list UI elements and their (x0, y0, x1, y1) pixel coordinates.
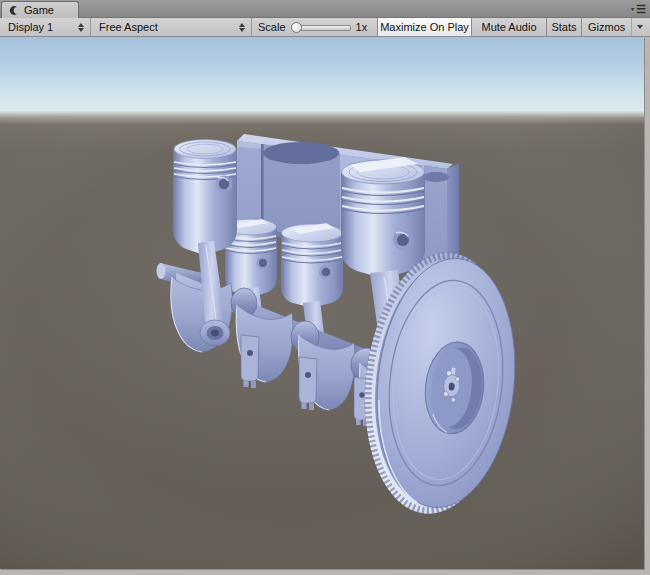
scale-label: Scale (258, 21, 286, 33)
game-view-toolbar: Display 1 Free Aspect Scale 1x Maximize … (0, 18, 650, 37)
scale-slider-knob[interactable] (291, 22, 302, 33)
game-view-icon (9, 5, 20, 16)
aspect-dropdown-label: Free Aspect (99, 21, 237, 33)
scale-slider[interactable] (291, 21, 351, 33)
viewport-frame (0, 37, 650, 575)
rod-cap-1 (241, 335, 259, 388)
piston-4 (341, 157, 425, 276)
engine-scene (0, 37, 644, 569)
tab-options-menu-icon[interactable]: ▾☰ (631, 2, 646, 16)
cylinder-bore-opening (263, 142, 339, 164)
aspect-ratio-dropdown[interactable]: Free Aspect (91, 18, 252, 36)
tab-strip: Game ▾☰ (0, 0, 650, 18)
mute-audio-button[interactable]: Mute Audio (471, 18, 546, 36)
tab-label: Game (24, 4, 54, 16)
gizmos-button[interactable]: Gizmos (581, 18, 650, 36)
display-dropdown-label: Display 1 (8, 21, 76, 33)
piston-3 (281, 223, 343, 307)
rod-cap-2 (299, 357, 317, 410)
maximize-on-play-button[interactable]: Maximize On Play (377, 18, 471, 36)
scale-control: Scale 1x (252, 18, 377, 36)
tab-game[interactable]: Game (1, 1, 79, 18)
scale-slider-track[interactable] (300, 25, 351, 31)
stats-button[interactable]: Stats (546, 18, 581, 36)
gizmos-dropdown-arrow-icon[interactable] (631, 18, 646, 36)
piston-1 (173, 140, 237, 255)
scale-value: 1x (356, 21, 368, 33)
game-viewport[interactable] (0, 37, 644, 569)
dropdown-arrows-icon (237, 23, 246, 32)
dropdown-arrows-icon (76, 23, 85, 32)
rod-big-end-1 (200, 320, 230, 346)
display-dropdown[interactable]: Display 1 (0, 18, 91, 36)
